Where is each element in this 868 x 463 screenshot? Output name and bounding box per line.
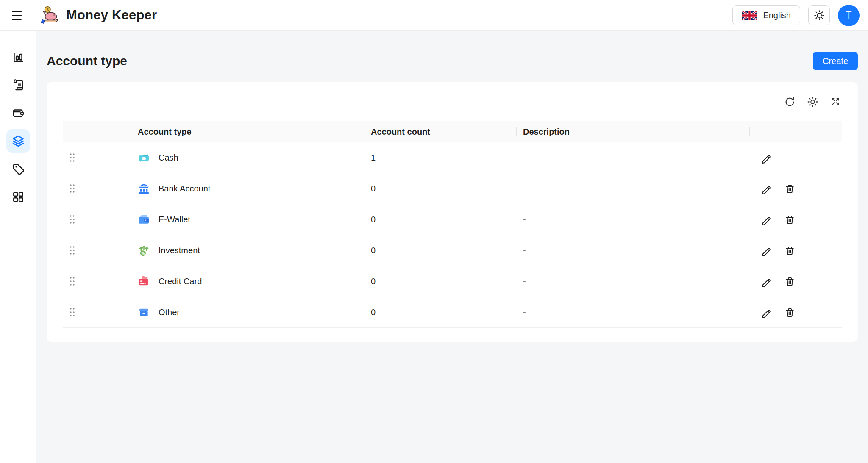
table-row: % Investment 0 - bbox=[63, 235, 842, 266]
delete-icon[interactable] bbox=[784, 213, 796, 225]
table-row: Credit Card 0 - bbox=[63, 266, 842, 297]
drag-handle-icon[interactable] bbox=[63, 184, 131, 193]
account-type-label: Bank Account bbox=[159, 184, 210, 194]
sidebar-item-transactions[interactable] bbox=[6, 73, 30, 97]
credit-card-icon bbox=[138, 275, 150, 288]
table-row: Other 0 - bbox=[63, 297, 842, 328]
investment-icon: % bbox=[138, 244, 150, 257]
language-label: English bbox=[763, 11, 791, 20]
description-value: - bbox=[516, 153, 749, 163]
edit-icon[interactable] bbox=[760, 183, 772, 194]
table-row: E-Wallet 0 - bbox=[63, 204, 842, 235]
account-type-label: Credit Card bbox=[159, 277, 202, 286]
account-count-value: 0 bbox=[364, 246, 516, 255]
edit-icon[interactable] bbox=[760, 213, 772, 225]
wallet-icon bbox=[11, 106, 25, 120]
account-type-label: Cash bbox=[159, 153, 178, 163]
bar-chart-icon bbox=[11, 50, 25, 64]
svg-text:$: $ bbox=[47, 7, 49, 12]
grid-icon bbox=[11, 190, 25, 204]
sidebar-nav bbox=[0, 31, 36, 463]
fullscreen-icon[interactable] bbox=[829, 95, 842, 108]
settings-icon[interactable] bbox=[806, 95, 819, 108]
table-card: Account type Account count Description bbox=[47, 82, 858, 342]
drag-handle-icon[interactable] bbox=[63, 246, 131, 255]
description-value: - bbox=[516, 246, 749, 255]
cash-icon bbox=[138, 152, 150, 164]
receipt-icon bbox=[11, 78, 25, 92]
column-header-description: Description bbox=[516, 121, 749, 142]
account-count-value: 0 bbox=[364, 184, 516, 194]
sidebar-item-widgets[interactable] bbox=[6, 185, 30, 209]
app-logo-icon: $ bbox=[41, 6, 60, 25]
description-value: - bbox=[516, 277, 749, 286]
account-type-label: Other bbox=[159, 308, 180, 317]
table-header-row: Account type Account count Description bbox=[63, 121, 842, 142]
layers-icon bbox=[11, 134, 25, 148]
page-title: Account type bbox=[47, 54, 127, 68]
account-count-value: 0 bbox=[364, 215, 516, 225]
table-row: Cash 1 - bbox=[63, 142, 842, 173]
create-button[interactable]: Create bbox=[813, 52, 858, 70]
uk-flag-icon bbox=[742, 10, 757, 21]
reload-icon[interactable] bbox=[783, 95, 796, 108]
delete-icon[interactable] bbox=[784, 275, 796, 287]
description-value: - bbox=[516, 308, 749, 317]
edit-icon[interactable] bbox=[760, 306, 772, 318]
sidebar-item-account-types[interactable] bbox=[6, 129, 30, 153]
theme-toggle-button[interactable] bbox=[808, 5, 830, 25]
ewallet-icon bbox=[138, 213, 150, 226]
app-title: Money Keeper bbox=[66, 8, 157, 23]
delete-icon[interactable] bbox=[784, 306, 796, 318]
sidebar-item-categories[interactable] bbox=[6, 157, 30, 181]
account-type-label: Investment bbox=[159, 246, 200, 255]
edit-icon[interactable] bbox=[760, 152, 772, 164]
account-type-table: Account type Account count Description bbox=[63, 121, 842, 328]
account-count-value: 1 bbox=[364, 153, 516, 163]
account-count-value: 0 bbox=[364, 277, 516, 286]
other-icon bbox=[138, 306, 150, 319]
language-selector-button[interactable]: English bbox=[732, 5, 800, 25]
bank-icon: $ bbox=[138, 183, 150, 195]
drag-handle-icon[interactable] bbox=[63, 277, 131, 286]
column-header-actions bbox=[749, 121, 842, 142]
delete-icon[interactable] bbox=[784, 244, 796, 256]
column-header-account-type: Account type bbox=[131, 121, 364, 142]
tag-icon bbox=[11, 162, 25, 176]
drag-handle-icon[interactable] bbox=[63, 153, 131, 162]
description-value: - bbox=[516, 215, 749, 225]
sidebar-item-statistics[interactable] bbox=[6, 45, 30, 69]
menu-toggle-button[interactable] bbox=[12, 7, 29, 24]
top-bar: $ Money Keeper English bbox=[0, 0, 868, 31]
account-count-value: 0 bbox=[364, 308, 516, 317]
edit-icon[interactable] bbox=[760, 244, 772, 256]
drag-handle-icon[interactable] bbox=[63, 215, 131, 224]
drag-handle-icon[interactable] bbox=[63, 308, 131, 317]
edit-icon[interactable] bbox=[760, 275, 772, 287]
description-value: - bbox=[516, 184, 749, 194]
sun-icon bbox=[814, 10, 825, 21]
table-row: $ Bank Account 0 - bbox=[63, 173, 842, 204]
column-header-account-count: Account count bbox=[364, 121, 516, 142]
main-content: Account type Create bbox=[36, 31, 868, 463]
table-toolbar bbox=[63, 93, 842, 110]
svg-text:%: % bbox=[142, 251, 145, 255]
column-header-drag bbox=[63, 121, 131, 142]
account-type-label: E-Wallet bbox=[159, 215, 190, 225]
user-avatar[interactable]: T bbox=[838, 5, 860, 26]
sidebar-item-accounts[interactable] bbox=[6, 101, 30, 125]
delete-icon[interactable] bbox=[784, 183, 796, 194]
